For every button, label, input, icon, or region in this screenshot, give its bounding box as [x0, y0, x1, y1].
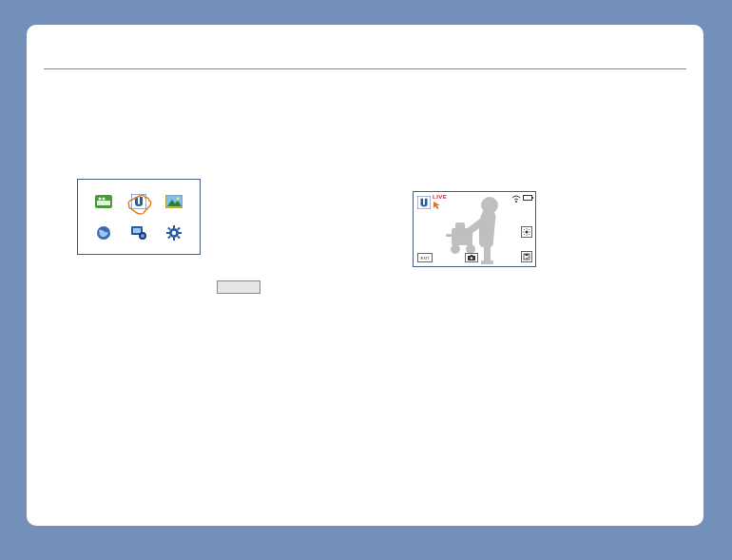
svg-point-2 — [98, 197, 101, 200]
save-icon — [523, 253, 530, 261]
globe-icon[interactable] — [96, 225, 111, 241]
svg-rect-11 — [133, 228, 141, 233]
brightness-icon — [523, 228, 530, 236]
svg-point-34 — [526, 231, 529, 234]
svg-point-27 — [451, 244, 460, 254]
camera-preview-panel: LIVE — [413, 191, 536, 267]
svg-line-41 — [529, 229, 530, 230]
svg-point-33 — [515, 201, 517, 203]
svg-line-42 — [524, 234, 525, 235]
save-button[interactable] — [521, 251, 532, 262]
camera-small-icon — [468, 255, 475, 261]
svg-point-47 — [471, 257, 472, 259]
svg-point-13 — [141, 234, 144, 238]
live-label: LIVE — [433, 194, 447, 200]
content-area: LIVE — [44, 69, 686, 488]
svg-point-3 — [102, 197, 105, 200]
svg-line-40 — [529, 234, 530, 235]
picture-icon[interactable] — [165, 195, 183, 208]
capture-button[interactable] — [465, 253, 478, 262]
u-logo-icon — [417, 196, 431, 209]
svg-rect-25 — [452, 228, 472, 245]
svg-line-39 — [524, 229, 525, 230]
svg-point-23 — [172, 230, 176, 234]
exit-button[interactable]: EXIT — [417, 253, 433, 262]
menu-icon-panel — [77, 179, 201, 255]
svg-rect-15 — [173, 225, 175, 228]
cursor-arrow-icon — [433, 201, 442, 210]
svg-rect-4 — [131, 194, 146, 209]
svg-rect-17 — [166, 232, 169, 234]
svg-rect-30 — [484, 247, 491, 262]
u-icon[interactable] — [131, 194, 146, 209]
svg-rect-16 — [173, 238, 175, 241]
svg-rect-26 — [455, 222, 465, 230]
wifi-icon — [511, 195, 521, 203]
svg-rect-31 — [481, 261, 493, 264]
document-page: LIVE — [27, 25, 703, 526]
gear-icon[interactable] — [166, 225, 182, 241]
exit-label: EXIT — [421, 256, 430, 261]
svg-point-8 — [177, 197, 180, 200]
svg-rect-44 — [526, 254, 529, 256]
device-icon[interactable] — [130, 225, 147, 241]
svg-rect-32 — [417, 196, 431, 209]
battery-icon — [523, 195, 532, 201]
svg-rect-29 — [446, 234, 453, 237]
svg-rect-18 — [179, 232, 182, 234]
svg-rect-1 — [97, 201, 110, 205]
unlabeled-button[interactable] — [217, 280, 260, 294]
svg-rect-46 — [471, 255, 473, 257]
brightness-button[interactable] — [521, 226, 532, 238]
camera-icon[interactable] — [95, 195, 112, 208]
